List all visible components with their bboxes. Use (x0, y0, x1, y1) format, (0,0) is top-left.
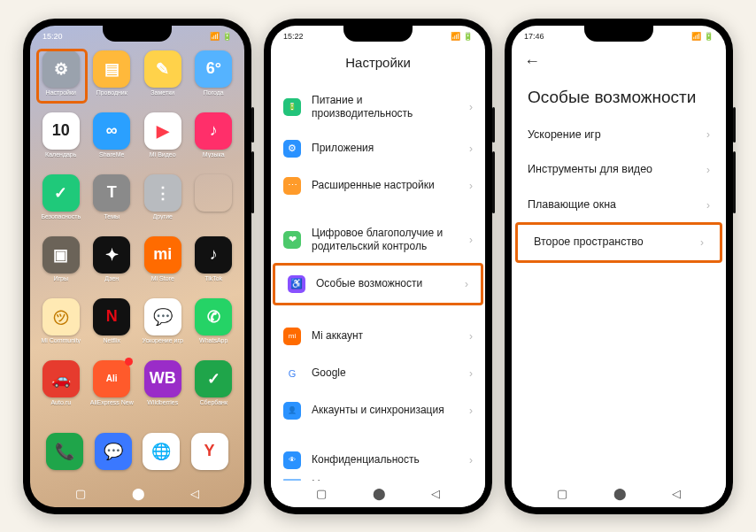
app-игры[interactable]: ▣Игры (37, 236, 85, 293)
app-wildberries[interactable]: WBWildberries (139, 360, 187, 417)
app-проводник[interactable]: ▤Проводник (89, 50, 136, 107)
row-label: Конфиденциальность (312, 453, 459, 466)
special-row[interactable]: Плавающие окна› (512, 188, 726, 223)
status-time: 17:46 (524, 32, 544, 41)
dock-app[interactable]: 💬 (95, 433, 132, 470)
row-label: Плавающие окна (528, 198, 696, 212)
settings-row[interactable]: 👤Аккаунты и синхронизация› (271, 392, 485, 429)
app-label: Безопасность (41, 213, 81, 220)
app-темы[interactable]: TТемы (89, 174, 136, 231)
app-tiktok[interactable]: ♪TikTok (190, 236, 238, 293)
settings-row[interactable]: 📍Местоположение› (271, 479, 485, 481)
settings-row[interactable]: 🔋Питание и производительность› (271, 84, 485, 130)
dock-app[interactable]: 🌐 (143, 433, 180, 470)
chevron-right-icon: › (706, 199, 710, 212)
app-музыка[interactable]: ♪Музыка (190, 112, 238, 169)
app-дзен[interactable]: ✦Дзен (89, 236, 136, 293)
screen-home: 15:20 📶 🔋 ⚙Настройки▤Проводник✎Заметки6°… (30, 26, 244, 507)
app-label: TikTok (204, 275, 222, 282)
row-label: Приложения (312, 142, 459, 155)
nav-back-icon[interactable]: ◁ (431, 487, 440, 500)
settings-row[interactable]: ⋯Расширенные настройки› (271, 167, 485, 204)
app-icon: 6° (195, 50, 232, 88)
app-mi-store[interactable]: miMi Store (139, 236, 187, 293)
app-mi-community[interactable]: ㋡Mi Community (37, 298, 85, 355)
app-icon: mi (144, 236, 181, 274)
app-погода[interactable]: 6°Погода (190, 50, 238, 107)
settings-row[interactable]: ♿Особые возможности› (273, 263, 483, 305)
app-icon: ▶ (144, 112, 181, 150)
row-icon: 👤 (283, 402, 301, 420)
app-icon: ✆ (195, 298, 232, 335)
app-icon: N (93, 298, 130, 335)
dock-app[interactable]: Y (191, 433, 228, 470)
chevron-right-icon: › (465, 278, 468, 290)
app-mi-видео[interactable]: ▶Mi Видео (139, 112, 187, 169)
app-label: Другие (153, 213, 173, 220)
home-wallpaper: 15:20 📶 🔋 ⚙Настройки▤Проводник✎Заметки6°… (30, 26, 244, 507)
screen-settings: 15:22 📶 🔋 Настройки 🔋Питание и производи… (271, 26, 485, 507)
app-label: Сбербанк (200, 399, 228, 406)
nav-home-icon[interactable]: ⬤ (373, 487, 386, 500)
app-icon: ♪ (195, 112, 232, 150)
app-другие[interactable]: ⋮Другие (139, 174, 187, 231)
nav-recent-icon[interactable]: ▢ (316, 487, 327, 500)
row-label: Местоположение (312, 479, 459, 481)
settings-row[interactable]: 👁Конфиденциальность› (271, 442, 485, 479)
back-icon[interactable]: ← (524, 52, 540, 71)
power-button (492, 151, 495, 213)
settings-row[interactable]: miMi аккаунт› (271, 318, 485, 355)
chevron-right-icon: › (469, 234, 473, 246)
nav-recent-icon[interactable]: ▢ (557, 487, 567, 500)
app-label: Mi Видео (150, 151, 176, 158)
app-whatsapp[interactable]: ✆WhatsApp (190, 298, 238, 355)
app-aliexpress-new[interactable]: AliAliExpress New (89, 360, 136, 417)
power-button (733, 151, 736, 213)
status-icons: 📶 🔋 (691, 32, 714, 41)
app-label: Дзен (104, 275, 119, 282)
settings-list[interactable]: 🔋Питание и производительность›⚙Приложени… (271, 81, 485, 481)
row-icon: ⚙ (283, 140, 301, 158)
nav-bar[interactable]: ▢ ⬤ ◁ (271, 481, 485, 507)
app-календарь[interactable]: 10Календарь (37, 112, 85, 169)
row-label: Google (312, 366, 459, 380)
settings-row[interactable]: ❤Цифровое благополучие и родительский ко… (271, 217, 485, 263)
app-ускорение-игр[interactable]: 💬Ускорение игр (139, 298, 187, 355)
settings-row[interactable]: GGoogle› (271, 355, 485, 392)
nav-home-icon[interactable]: ⬤ (613, 487, 627, 500)
nav-back-icon[interactable]: ◁ (672, 487, 681, 500)
dock-app[interactable]: 📞 (46, 433, 83, 470)
screen-special: 17:46 📶 🔋 ← Особые возможности Ускорение… (512, 26, 726, 507)
nav-home-icon[interactable]: ⬤ (132, 487, 145, 500)
nav-bar[interactable]: ▢ ⬤ ◁ (30, 481, 244, 507)
app-безопасность[interactable]: ✓Безопасность (37, 174, 85, 231)
app-shareme[interactable]: ∞ShareMe (89, 112, 136, 169)
app-auto.ru[interactable]: 🚗Auto.ru (37, 360, 85, 417)
row-icon: ❤ (283, 231, 301, 249)
app-заметки[interactable]: ✎Заметки (139, 50, 187, 107)
app-сбербанк[interactable]: ✓Сбербанк (190, 360, 238, 417)
nav-back-icon[interactable]: ◁ (190, 487, 199, 500)
back-row[interactable]: ← (512, 45, 726, 75)
app-label: Проводник (96, 89, 127, 96)
special-row[interactable]: Ускорение игр› (512, 118, 726, 153)
row-icon: 🔋 (283, 98, 301, 116)
settings-row[interactable]: ⚙Приложения› (271, 130, 485, 167)
special-row[interactable]: Инструменты для видео› (512, 152, 726, 188)
app-netflix[interactable]: NNetflix (89, 298, 136, 355)
special-row[interactable]: Второе пространство› (515, 222, 722, 263)
row-label: Второе пространство (534, 235, 690, 250)
row-icon: ⋯ (283, 177, 301, 195)
notch (343, 26, 413, 42)
chevron-right-icon: › (469, 143, 473, 155)
row-icon: mi (283, 328, 301, 345)
app-icon: ∞ (93, 112, 130, 150)
nav-bar[interactable]: ▢ ⬤ ◁ (512, 481, 726, 507)
row-icon: ♿ (288, 275, 305, 293)
row-label: Mi аккаунт (312, 329, 459, 343)
app-настройки[interactable]: ⚙Настройки (37, 50, 85, 107)
nav-recent-icon[interactable]: ▢ (75, 487, 86, 500)
chevron-right-icon: › (469, 454, 473, 466)
app-label: Погода (204, 89, 224, 96)
special-list[interactable]: Ускорение игр›Инструменты для видео›Плав… (512, 114, 726, 481)
